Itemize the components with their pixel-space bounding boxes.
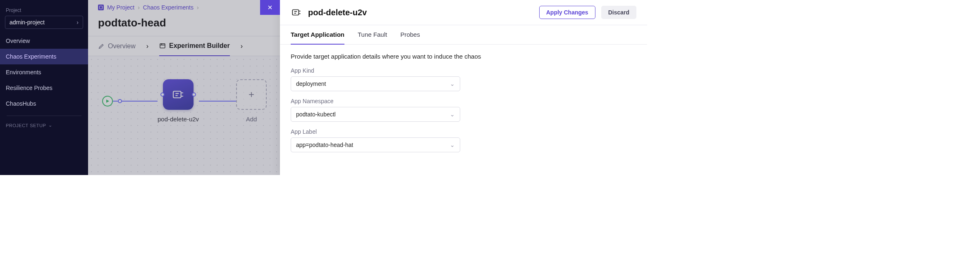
add-node-box[interactable]: + bbox=[236, 79, 267, 110]
plus-icon: + bbox=[249, 90, 254, 99]
fault-config-drawer: pod-delete-u2v Apply Changes Discard Tar… bbox=[280, 0, 647, 175]
field-app-namespace: App Namespace podtato-kubectl ⌄ bbox=[291, 98, 636, 122]
app-kind-select[interactable]: deployment ⌄ bbox=[291, 76, 460, 91]
start-node[interactable] bbox=[102, 96, 113, 106]
drawer-tabs: Target Application Tune Fault Probes bbox=[280, 25, 647, 45]
step-experiment-builder[interactable]: Experiment Builder bbox=[159, 36, 230, 56]
main: My Project › Chaos Experiments › podtato… bbox=[88, 0, 647, 175]
fault-node-label: pod-delete-u2v bbox=[158, 116, 199, 123]
select-value: deployment bbox=[296, 80, 326, 87]
discard-button[interactable]: Discard bbox=[601, 6, 636, 19]
field-label: App Kind bbox=[291, 67, 636, 74]
drawer-body: Provide target application details where… bbox=[280, 45, 647, 175]
form-description: Provide target application details where… bbox=[291, 53, 636, 60]
field-app-kind: App Kind deployment ⌄ bbox=[291, 67, 636, 91]
select-value: app=podtato-head-hat bbox=[296, 142, 353, 148]
chevron-down-icon: ⌄ bbox=[450, 80, 455, 87]
breadcrumb-item[interactable]: Chaos Experiments bbox=[143, 4, 194, 11]
drawer-title: pod-delete-u2v bbox=[308, 8, 533, 17]
sidebar-item-chaos-experiments[interactable]: Chaos Experiments bbox=[0, 49, 88, 64]
sidebar-item-environments[interactable]: Environments bbox=[0, 64, 88, 80]
chevron-right-icon: › bbox=[146, 43, 148, 50]
app-label-select[interactable]: app=podtato-head-hat ⌄ bbox=[291, 137, 460, 152]
select-value: podtato-kubectl bbox=[296, 111, 336, 118]
sidebar-item-resilience-probes[interactable]: Resilience Probes bbox=[0, 80, 88, 96]
svg-rect-2 bbox=[173, 91, 181, 98]
app-namespace-select[interactable]: podtato-kubectl ⌄ bbox=[291, 107, 460, 122]
field-label: App Namespace bbox=[291, 98, 636, 104]
close-drawer-button[interactable] bbox=[260, 0, 280, 15]
add-node-label: Add bbox=[246, 116, 257, 123]
tab-tune-fault[interactable]: Tune Fault bbox=[358, 25, 387, 44]
edge bbox=[199, 101, 236, 102]
svg-marker-1 bbox=[106, 99, 109, 103]
edge bbox=[122, 101, 158, 102]
field-app-label: App Label app=podtato-head-hat ⌄ bbox=[291, 128, 636, 152]
edge bbox=[113, 101, 118, 102]
flow: pod-delete-u2v + Add bbox=[102, 79, 267, 123]
apply-changes-button[interactable]: Apply Changes bbox=[539, 6, 595, 19]
step-label: Experiment Builder bbox=[169, 42, 230, 50]
chaos-icon bbox=[291, 7, 302, 18]
chaos-icon bbox=[172, 88, 185, 101]
chevron-down-icon: ⌄ bbox=[450, 142, 455, 148]
sidebar-item-chaoshubs[interactable]: ChaosHubs bbox=[0, 96, 88, 111]
play-icon bbox=[105, 99, 110, 103]
project-label: Project bbox=[0, 4, 88, 15]
port[interactable] bbox=[192, 92, 196, 97]
fault-node-box[interactable] bbox=[163, 79, 194, 110]
port[interactable] bbox=[160, 92, 165, 97]
sidebar-section-project-setup[interactable]: PROJECT SETUP ⌄ bbox=[0, 120, 88, 130]
field-label: App Label bbox=[291, 128, 636, 135]
svg-rect-0 bbox=[160, 44, 165, 48]
project-selector[interactable]: admin-project › bbox=[5, 16, 83, 29]
breadcrumb-item[interactable]: My Project bbox=[107, 4, 134, 11]
svg-rect-3 bbox=[292, 10, 299, 15]
chevron-right-icon: › bbox=[138, 4, 140, 11]
chevron-right-icon: › bbox=[197, 4, 199, 11]
chevron-right-icon: › bbox=[76, 19, 79, 26]
chevron-down-icon: ⌄ bbox=[48, 123, 53, 128]
tab-probes[interactable]: Probes bbox=[400, 25, 420, 44]
add-node[interactable]: + Add bbox=[236, 79, 267, 123]
step-label: Overview bbox=[108, 43, 136, 50]
close-icon bbox=[267, 4, 273, 11]
sidebar-section-label: PROJECT SETUP bbox=[6, 123, 46, 128]
port[interactable] bbox=[118, 99, 122, 103]
chevron-right-icon: › bbox=[241, 43, 243, 50]
drawer-header: pod-delete-u2v Apply Changes Discard bbox=[280, 0, 647, 25]
sidebar-item-overview[interactable]: Overview bbox=[0, 33, 88, 49]
divider bbox=[7, 116, 81, 116]
builder-icon bbox=[159, 43, 166, 49]
sidebar: Project admin-project › Overview Chaos E… bbox=[0, 0, 88, 175]
fault-node[interactable]: pod-delete-u2v bbox=[158, 79, 199, 123]
project-selector-value: admin-project bbox=[10, 19, 45, 26]
tab-target-application[interactable]: Target Application bbox=[291, 25, 344, 45]
step-overview[interactable]: Overview bbox=[98, 37, 136, 56]
pencil-icon bbox=[98, 43, 105, 50]
chevron-down-icon: ⌄ bbox=[450, 111, 455, 118]
project-icon bbox=[98, 5, 104, 10]
